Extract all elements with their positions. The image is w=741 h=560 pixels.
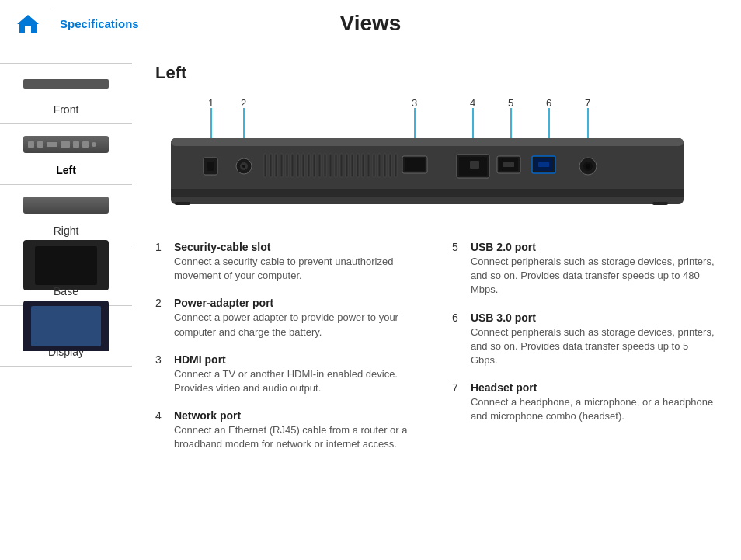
sidebar-label-right: Right <box>54 224 79 237</box>
spec-name-3: HDMI port <box>174 353 421 366</box>
svg-text:5: 5 <box>508 97 513 109</box>
svg-rect-44 <box>373 154 375 177</box>
spec-item-4: 4 Network port Connect an Ethernet (RJ45… <box>155 409 421 451</box>
spec-name-6: USB 3.0 port <box>471 311 718 324</box>
svg-rect-38 <box>340 154 343 177</box>
spec-name-2: Power-adapter port <box>174 297 421 309</box>
svg-rect-24 <box>264 154 266 177</box>
svg-rect-33 <box>313 154 315 177</box>
sidebar-item-front[interactable]: Front <box>0 63 132 124</box>
spec-desc-1: Connect a security cable to prevent unau… <box>174 255 421 283</box>
svg-rect-34 <box>318 154 321 177</box>
spec-number-5: 5 <box>452 241 468 253</box>
svg-rect-27 <box>280 154 283 177</box>
svg-rect-56 <box>503 162 514 167</box>
spec-content-4: Network port Connect an Ethernet (RJ45) … <box>174 409 421 451</box>
svg-text:1: 1 <box>208 97 214 109</box>
spec-name-5: USB 2.0 port <box>471 241 718 253</box>
diagram-svg: 1 2 3 4 5 6 7 <box>163 96 691 220</box>
svg-rect-37 <box>335 154 337 177</box>
spec-item-5: 5 USB 2.0 port Connect peripherals such … <box>452 241 718 297</box>
svg-rect-28 <box>286 154 288 177</box>
base-thumbnail <box>19 252 113 279</box>
svg-rect-32 <box>308 154 310 177</box>
spec-desc-4: Connect an Ethernet (RJ45) cable from a … <box>174 423 421 451</box>
spec-desc-5: Connect peripherals such as storage devi… <box>471 255 718 297</box>
svg-point-23 <box>242 165 245 168</box>
spec-content-2: Power-adapter port Connect a power adapt… <box>174 297 421 339</box>
sidebar: Front Left Right <box>0 47 132 489</box>
svg-rect-26 <box>275 154 277 177</box>
svg-rect-36 <box>329 154 332 177</box>
spec-name-1: Security-cable slot <box>174 241 421 253</box>
header: Specifications Views <box>0 0 741 47</box>
section-title: Left <box>155 63 718 83</box>
sidebar-item-base[interactable]: Base <box>0 245 132 306</box>
spec-content-5: USB 2.0 port Connect peripherals such as… <box>471 241 718 297</box>
svg-rect-18 <box>652 202 668 205</box>
sidebar-item-display[interactable]: Display <box>0 306 132 367</box>
sidebar-item-left[interactable]: Left <box>0 124 132 185</box>
specs-column-right: 5 USB 2.0 port Connect peripherals such … <box>452 241 718 466</box>
svg-rect-46 <box>384 154 386 177</box>
svg-rect-31 <box>302 154 304 177</box>
svg-rect-48 <box>395 154 397 177</box>
spec-number-2: 2 <box>155 297 171 309</box>
laptop-diagram: 1 2 3 4 5 6 7 <box>163 96 718 222</box>
svg-text:3: 3 <box>412 97 417 109</box>
spec-desc-7: Connect a headphone, a microphone, or a … <box>471 395 718 423</box>
right-thumbnail <box>19 191 113 218</box>
svg-rect-29 <box>291 154 294 177</box>
specs-grid: 1 Security-cable slot Connect a security… <box>155 241 718 466</box>
svg-rect-43 <box>367 154 370 177</box>
sidebar-label-base: Base <box>54 285 78 297</box>
svg-rect-45 <box>378 154 381 177</box>
front-thumbnail <box>19 70 113 97</box>
home-icon <box>16 12 40 34</box>
spec-name-7: Headset port <box>471 381 718 394</box>
sidebar-item-right[interactable]: Right <box>0 185 132 245</box>
svg-rect-47 <box>389 154 391 177</box>
spec-number-7: 7 <box>452 381 468 394</box>
svg-text:4: 4 <box>470 97 475 109</box>
display-thumbnail <box>19 312 113 339</box>
svg-rect-50 <box>405 158 425 171</box>
svg-text:6: 6 <box>546 97 551 109</box>
spec-content-3: HDMI port Connect a TV or another HDMI-i… <box>174 353 421 395</box>
spec-number-4: 4 <box>155 409 171 422</box>
svg-rect-20 <box>207 162 214 171</box>
page-title: Views <box>340 11 402 36</box>
svg-rect-15 <box>171 138 684 146</box>
breadcrumb-specifications[interactable]: Specifications <box>60 17 139 30</box>
home-nav[interactable] <box>16 12 40 34</box>
svg-rect-35 <box>324 154 326 177</box>
svg-rect-41 <box>357 154 359 177</box>
sidebar-label-front: Front <box>54 103 79 116</box>
specs-column-left: 1 Security-cable slot Connect a security… <box>155 241 421 466</box>
spec-number-6: 6 <box>452 311 468 324</box>
svg-rect-16 <box>171 189 684 197</box>
spec-desc-6: Connect peripherals such as storage devi… <box>471 325 718 368</box>
svg-rect-40 <box>351 154 353 177</box>
svg-rect-39 <box>346 154 348 177</box>
spec-item-1: 1 Security-cable slot Connect a security… <box>155 241 421 283</box>
spec-number-3: 3 <box>155 353 171 366</box>
spec-item-7: 7 Headset port Connect a headphone, a mi… <box>452 381 718 423</box>
svg-rect-17 <box>175 202 190 205</box>
svg-point-62 <box>586 164 590 169</box>
spec-item-2: 2 Power-adapter port Connect a power ada… <box>155 297 421 339</box>
spec-content-6: USB 3.0 port Connect peripherals such as… <box>471 311 718 368</box>
header-divider <box>50 9 50 37</box>
svg-rect-30 <box>297 154 299 177</box>
content-area: Left 1 2 3 4 5 6 7 <box>132 47 741 489</box>
spec-content-1: Security-cable slot Connect a security c… <box>174 241 421 283</box>
spec-name-4: Network port <box>174 409 421 422</box>
sidebar-label-left: Left <box>56 164 76 176</box>
main-layout: Front Left Right <box>0 47 741 489</box>
svg-text:2: 2 <box>241 97 246 109</box>
spec-content-7: Headset port Connect a headphone, a micr… <box>471 381 718 423</box>
spec-desc-3: Connect a TV or another HDMI-in enabled … <box>174 367 421 395</box>
svg-rect-42 <box>362 154 364 177</box>
svg-text:7: 7 <box>585 97 590 109</box>
spec-desc-2: Connect a power adapter to provide power… <box>174 311 421 339</box>
